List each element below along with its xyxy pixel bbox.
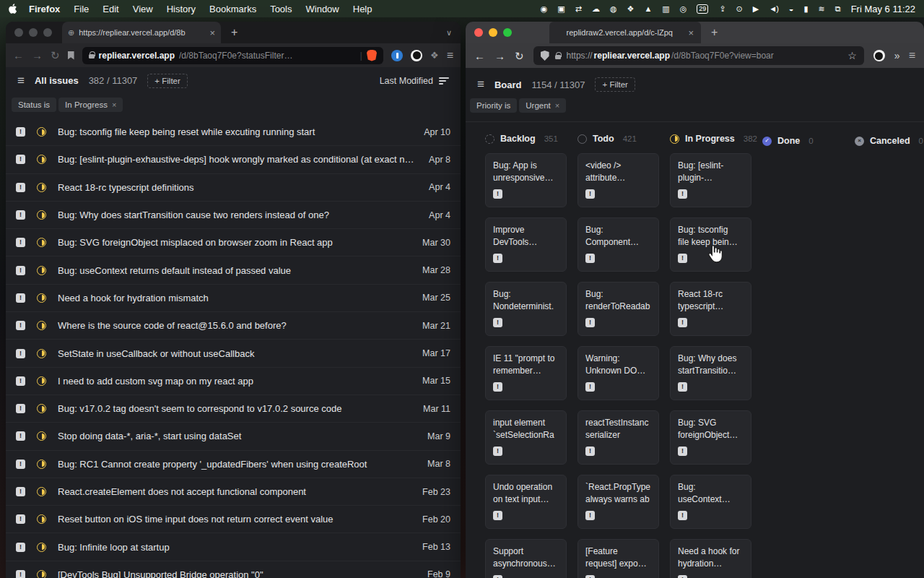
priority-urgent-icon[interactable]: ! bbox=[585, 254, 595, 263]
browser-tab[interactable]: ⊕ https://repliear.vercel.app/d/8b × bbox=[62, 22, 221, 43]
priority-urgent-icon[interactable]: ! bbox=[16, 183, 25, 192]
calendar-icon[interactable]: 29 bbox=[697, 4, 708, 14]
issue-card[interactable]: Bug: useContext… ! bbox=[670, 475, 751, 529]
issue-row[interactable]: ! Bug: SVG foreignObject misplaced on br… bbox=[6, 229, 461, 256]
fast-user-switch-icon[interactable]: ⧉ bbox=[835, 5, 840, 13]
priority-urgent-icon[interactable]: ! bbox=[585, 189, 595, 199]
sync-arrows-icon[interactable]: ⇄ bbox=[575, 5, 581, 13]
address-bar[interactable]: repliear.vercel.app /d/8bTaoq7F0e?status… bbox=[82, 47, 383, 64]
issue-row[interactable]: ! Stop doing data-*, aria-*, start using… bbox=[6, 423, 461, 450]
brave-shield-icon[interactable] bbox=[367, 50, 377, 61]
issue-row[interactable]: ! SetState in useCallback or without use… bbox=[6, 340, 461, 367]
priority-urgent-icon[interactable]: ! bbox=[16, 460, 25, 469]
tab-list-chevron-icon[interactable]: ∨ bbox=[446, 28, 452, 38]
forward-button[interactable]: → bbox=[32, 50, 43, 61]
cloud-icon[interactable]: ☁ bbox=[592, 5, 599, 13]
status-in-progress-icon[interactable] bbox=[37, 460, 46, 469]
eject-icon[interactable]: ⇪ bbox=[719, 5, 725, 13]
priority-urgent-icon[interactable]: ! bbox=[16, 570, 25, 578]
priority-urgent-icon[interactable]: ! bbox=[16, 487, 25, 496]
password-extension-icon[interactable] bbox=[391, 50, 403, 61]
remove-filter-icon[interactable]: × bbox=[555, 101, 559, 110]
priority-urgent-icon[interactable]: ! bbox=[493, 447, 502, 456]
menu-help[interactable]: Help bbox=[353, 4, 372, 14]
priority-urgent-icon[interactable]: ! bbox=[585, 447, 595, 456]
priority-urgent-icon[interactable]: ! bbox=[493, 254, 502, 263]
play-circle-icon[interactable]: ▶ bbox=[753, 5, 758, 13]
browser-tab[interactable]: replidraw2.vercel.app/d/c-lZpq × bbox=[549, 22, 701, 43]
issue-card[interactable]: Support asynchronous… ! bbox=[485, 539, 567, 578]
issue-card[interactable]: <video /> attribute… ! bbox=[578, 153, 659, 207]
power-circle-icon[interactable]: ⊙ bbox=[736, 5, 742, 13]
issue-row[interactable]: ! Bug: [eslint-plugin-exhaustive-deps] h… bbox=[6, 146, 461, 173]
status-in-progress-icon[interactable] bbox=[37, 487, 46, 496]
tracking-shield-icon[interactable] bbox=[541, 51, 549, 61]
status-in-progress-icon[interactable] bbox=[37, 293, 46, 303]
priority-urgent-icon[interactable]: ! bbox=[16, 238, 25, 247]
priority-urgent-icon[interactable]: ! bbox=[16, 266, 25, 275]
forward-button[interactable]: → bbox=[494, 51, 505, 61]
status-in-progress-icon[interactable] bbox=[37, 570, 46, 578]
menu-firefox[interactable]: Firefox bbox=[29, 4, 60, 14]
status-in-progress-icon[interactable] bbox=[37, 183, 46, 192]
issue-card[interactable]: Bug: App is unresponsive… ! bbox=[485, 153, 567, 207]
issue-row[interactable]: ! React.createElement does not accept fu… bbox=[6, 478, 461, 506]
sidebar-toggle-icon[interactable]: ≡ bbox=[477, 77, 484, 92]
status-in-progress-icon[interactable] bbox=[37, 127, 46, 137]
priority-urgent-icon[interactable]: ! bbox=[585, 575, 595, 578]
sort-icon[interactable] bbox=[439, 76, 449, 86]
issue-row[interactable]: ! React 18-rc typescript definitions Apr… bbox=[6, 174, 461, 202]
issue-card[interactable]: Improve DevTools… ! bbox=[485, 217, 567, 272]
overflow-chevrons-icon[interactable]: » bbox=[894, 50, 899, 61]
tab-close-icon[interactable]: × bbox=[209, 27, 215, 38]
minimize-window-button[interactable] bbox=[489, 28, 497, 37]
status-in-progress-icon[interactable] bbox=[37, 155, 46, 164]
apple-menu-icon[interactable] bbox=[9, 4, 17, 14]
siri-icon[interactable]: ◒ bbox=[789, 5, 793, 13]
priority-urgent-icon[interactable]: ! bbox=[493, 511, 502, 520]
status-in-progress-icon[interactable] bbox=[37, 210, 46, 220]
sidebar-toggle-icon[interactable]: ≡ bbox=[17, 74, 25, 88]
priority-urgent-icon[interactable]: ! bbox=[16, 431, 25, 441]
issue-row[interactable]: ! I need to add custom svg map on my rea… bbox=[6, 368, 461, 395]
issue-row[interactable]: ! Bug: useContext returns default instea… bbox=[6, 256, 461, 284]
menu-bookmarks[interactable]: Bookmarks bbox=[209, 4, 256, 14]
priority-urgent-icon[interactable]: ! bbox=[585, 318, 595, 327]
new-tab-button[interactable]: + bbox=[231, 26, 237, 39]
priority-urgent-icon[interactable]: ! bbox=[16, 321, 25, 330]
issue-card[interactable]: Bug: SVG foreignObject… ! bbox=[670, 410, 751, 465]
priority-urgent-icon[interactable]: ! bbox=[678, 254, 687, 263]
priority-urgent-icon[interactable]: ! bbox=[493, 382, 502, 392]
issue-card[interactable]: Bug: renderToReadab ! bbox=[578, 282, 659, 336]
wifi-icon[interactable]: ≋ bbox=[819, 5, 824, 13]
menubar-clock[interactable]: Fri May 6 11:22 bbox=[851, 4, 915, 14]
priority-urgent-icon[interactable]: ! bbox=[16, 376, 25, 386]
issue-card[interactable]: Bug: Why does startTransitio… ! bbox=[670, 346, 751, 400]
status-in-progress-icon[interactable] bbox=[37, 266, 46, 275]
menu-history[interactable]: History bbox=[167, 4, 196, 14]
back-button[interactable]: ← bbox=[474, 51, 485, 61]
priority-urgent-icon[interactable]: ! bbox=[678, 511, 687, 520]
issue-row[interactable]: ! Bug: v17.0.2 tag doesn't seem to corre… bbox=[6, 395, 461, 423]
issue-card[interactable]: Need a hook for hydration… ! bbox=[670, 539, 751, 578]
reload-button[interactable]: ↻ bbox=[51, 50, 60, 61]
filter-field-chip[interactable]: Priority is bbox=[470, 98, 517, 113]
zoom-window-button[interactable] bbox=[43, 28, 52, 37]
remove-filter-icon[interactable]: × bbox=[112, 100, 116, 109]
priority-urgent-icon[interactable]: ! bbox=[678, 447, 687, 456]
reload-button[interactable]: ↻ bbox=[515, 51, 524, 61]
filter-value-chip[interactable]: In Progress × bbox=[58, 98, 123, 112]
issue-card[interactable]: Bug: tsconfig file keep bein… ! bbox=[670, 217, 751, 272]
priority-urgent-icon[interactable]: ! bbox=[16, 543, 25, 552]
menu-tools[interactable]: Tools bbox=[270, 4, 292, 14]
issue-card[interactable]: reactTestInstanc serializer ! bbox=[578, 410, 659, 465]
issue-card[interactable]: Bug: Component… ! bbox=[578, 217, 659, 272]
battery-icon[interactable]: ▮ bbox=[804, 5, 808, 13]
filter-value-chip[interactable]: Urgent × bbox=[519, 98, 566, 113]
browser-menu-icon[interactable]: ≡ bbox=[909, 49, 915, 62]
close-window-button[interactable] bbox=[14, 28, 23, 37]
issue-card[interactable]: IE 11 "prompt to remember… ! bbox=[485, 346, 567, 400]
docker-icon[interactable]: ◍ bbox=[610, 5, 616, 13]
priority-urgent-icon[interactable]: ! bbox=[16, 349, 25, 358]
add-filter-button[interactable]: + Filter bbox=[595, 77, 635, 92]
